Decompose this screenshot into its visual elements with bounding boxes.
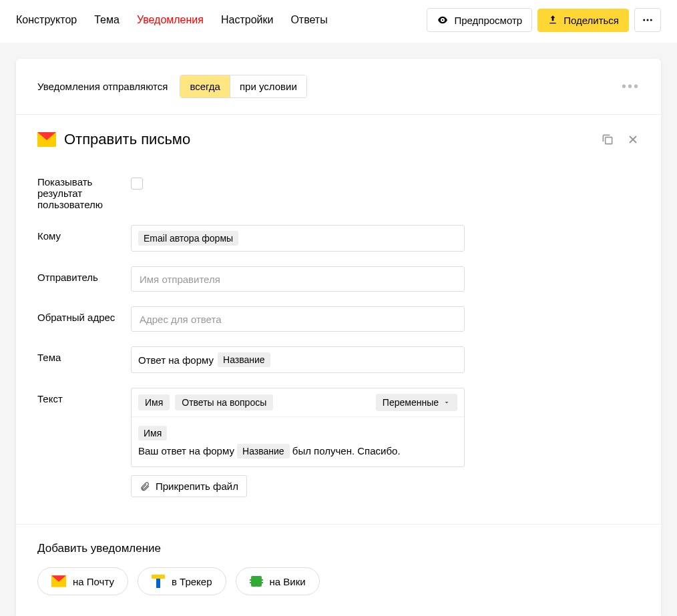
nav-tab-3[interactable]: Настройки <box>221 14 273 26</box>
show-result-label: Показывать результат пользователю <box>37 176 131 210</box>
svg-point-2 <box>650 19 652 21</box>
add-wiki-label: на Вики <box>270 576 306 587</box>
condition-label: Уведомления отправляются <box>37 81 168 92</box>
reply-input[interactable] <box>138 313 457 326</box>
add-buttons: на Почту в Трекер на Вики <box>37 567 640 595</box>
add-tracker-label: в Трекер <box>172 576 212 587</box>
add-wiki-button[interactable]: на Вики <box>236 567 320 595</box>
action-icons <box>601 133 640 146</box>
attach-label: Прикрепить файл <box>156 481 238 492</box>
body-text-before: Ваш ответ на форму <box>138 445 234 456</box>
toolbar-chip-name[interactable]: Имя <box>138 394 170 410</box>
body-text-after: был получен. Спасибо. <box>292 445 401 456</box>
more-button[interactable] <box>634 8 661 32</box>
nav-tab-4[interactable]: Ответы <box>290 14 327 26</box>
add-notification-title: Добавить уведомление <box>37 542 640 555</box>
variables-button[interactable]: Переменные <box>376 394 457 411</box>
body-chip-title[interactable]: Название <box>237 444 290 458</box>
copy-icon[interactable] <box>601 133 614 146</box>
sender-input-box[interactable] <box>131 266 465 292</box>
subject-row: Тема Ответ на форму Название <box>37 346 640 373</box>
reply-label: Обратный адрес <box>37 306 131 323</box>
subject-chip[interactable]: Название <box>218 352 270 367</box>
editor-toolbar: Имя Ответы на вопросы Переменные <box>132 388 464 417</box>
action-title: Отправить письмо <box>64 131 190 148</box>
condition-option-1[interactable]: при условии <box>230 75 306 97</box>
add-tracker-button[interactable]: в Трекер <box>138 567 226 595</box>
dots-horizontal-icon <box>642 14 654 26</box>
body-row: Текст Имя Ответы на вопросы Переменные И… <box>37 388 640 497</box>
condition-row: Уведомления отправляются всегдапри услов… <box>16 59 661 115</box>
nav-tab-2[interactable]: Уведомления <box>137 14 204 26</box>
toolbar-chip-answers[interactable]: Ответы на вопросы <box>175 394 273 410</box>
svg-rect-4 <box>606 137 612 144</box>
attach-file-button[interactable]: Прикрепить файл <box>131 475 247 497</box>
subject-text: Ответ на форму <box>138 354 214 366</box>
svg-point-1 <box>647 19 649 21</box>
show-result-row: Показывать результат пользователю <box>37 176 640 210</box>
tracker-icon <box>152 575 165 588</box>
add-mail-button[interactable]: на Почту <box>37 567 128 595</box>
wiki-icon <box>250 575 263 588</box>
nav-tab-0[interactable]: Конструктор <box>16 14 77 26</box>
reply-input-box[interactable] <box>131 306 465 332</box>
body-label: Текст <box>37 388 131 404</box>
main-card: Уведомления отправляются всегдапри услов… <box>16 59 661 616</box>
to-label: Кому <box>37 225 131 242</box>
mail-icon <box>51 575 66 587</box>
subject-input[interactable]: Ответ на форму Название <box>131 346 465 373</box>
condition-option-0[interactable]: всегда <box>180 75 230 97</box>
svg-rect-8 <box>251 576 262 587</box>
condition-toggle: всегдапри условии <box>180 75 306 98</box>
svg-rect-10 <box>250 582 252 583</box>
share-label: Поделиться <box>563 15 619 26</box>
to-row: Кому Email автора формы <box>37 225 640 252</box>
editor-body[interactable]: Имя Ваш ответ на форму Название был полу… <box>132 417 464 467</box>
sender-row: Отправитель <box>37 266 640 292</box>
chevron-down-icon <box>443 398 451 406</box>
mail-icon <box>37 132 56 147</box>
svg-rect-9 <box>250 579 252 581</box>
share-button[interactable]: Поделиться <box>537 9 629 32</box>
action-header: Отправить письмо <box>16 115 661 156</box>
topbar: КонструкторТемаУведомленияНастройкиОтвет… <box>0 0 677 43</box>
share-icon <box>547 15 558 25</box>
svg-rect-12 <box>260 582 263 583</box>
body-editor: Имя Ответы на вопросы Переменные Имя Ваш… <box>131 388 465 467</box>
preview-label: Предпросмотр <box>454 15 522 26</box>
sender-label: Отправитель <box>37 266 131 283</box>
close-icon[interactable] <box>626 133 640 146</box>
to-input[interactable]: Email автора формы <box>131 225 465 252</box>
reply-row: Обратный адрес <box>37 306 640 332</box>
paperclip-icon <box>140 481 150 492</box>
svg-rect-7 <box>152 575 165 579</box>
svg-rect-11 <box>260 579 263 581</box>
nav-tabs: КонструкторТемаУведомленияНастройкиОтвет… <box>16 14 421 26</box>
nav-tab-1[interactable]: Тема <box>94 14 120 26</box>
sender-input[interactable] <box>138 273 457 286</box>
eye-icon <box>437 14 449 26</box>
body-chip-name[interactable]: Имя <box>138 426 167 440</box>
add-mail-label: на Почту <box>73 576 114 587</box>
preview-button[interactable]: Предпросмотр <box>427 8 532 32</box>
subject-label: Тема <box>37 346 131 363</box>
add-notification-section: Добавить уведомление на Почту в Трекер н… <box>16 524 661 616</box>
to-chip[interactable]: Email автора формы <box>138 231 238 246</box>
show-result-checkbox[interactable] <box>131 178 143 190</box>
card-more-button[interactable]: ••• <box>622 79 640 94</box>
svg-point-0 <box>643 19 645 21</box>
variables-label: Переменные <box>383 397 439 408</box>
form-area: Показывать результат пользователю Кому E… <box>16 156 661 524</box>
